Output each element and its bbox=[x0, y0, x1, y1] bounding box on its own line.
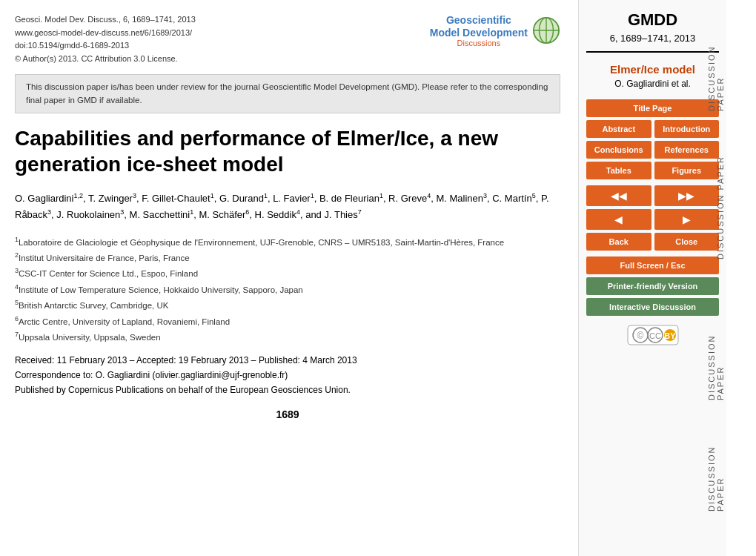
svg-text:CC: CC bbox=[649, 331, 661, 340]
sidebar-inner: GMDD 6, 1689–1741, 2013 Elmer/Ice model … bbox=[579, 0, 726, 356]
elmer-model-label: Elmer/Ice model bbox=[586, 63, 719, 76]
svg-text:BY: BY bbox=[664, 331, 676, 340]
nav-next-button[interactable]: ▶ bbox=[654, 209, 720, 230]
header-row: Geosci. Model Dev. Discuss., 6, 1689–174… bbox=[15, 13, 560, 65]
notice-text: This discussion paper is/has been under … bbox=[26, 82, 548, 104]
conclusions-references-row: Conclusions References bbox=[586, 141, 719, 159]
main-content: Geosci. Model Dev. Discuss., 6, 1689–174… bbox=[0, 0, 578, 556]
introduction-button[interactable]: Introduction bbox=[654, 120, 720, 138]
header-meta: Geosci. Model Dev. Discuss., 6, 1689–174… bbox=[15, 13, 196, 65]
doi: doi:10.5194/gmdd-6-1689-2013 bbox=[15, 39, 196, 53]
tables-figures-row: Tables Figures bbox=[586, 162, 719, 179]
printer-friendly-button[interactable]: Printer-friendly Version bbox=[586, 277, 719, 295]
authors: O. Gagliardini1,2, T. Zwinger3, F. Gille… bbox=[15, 191, 560, 224]
page-number: 1689 bbox=[15, 408, 560, 420]
svg-text:©: © bbox=[637, 331, 643, 341]
published-line: Published by Copernicus Publications on … bbox=[15, 385, 560, 395]
notice-box: This discussion paper is/has been under … bbox=[15, 74, 560, 113]
full-screen-button[interactable]: Full Screen / Esc bbox=[586, 257, 719, 274]
gmdd-subtitle: 6, 1689–1741, 2013 bbox=[586, 33, 719, 53]
affiliations: 1Laboratoire de Glaciologie et Géophysiq… bbox=[15, 234, 560, 345]
close-button[interactable]: Close bbox=[654, 233, 720, 251]
figures-button[interactable]: Figures bbox=[654, 162, 720, 179]
copyright: © Author(s) 2013. CC Attribution 3.0 Lic… bbox=[15, 53, 196, 66]
gmdd-title: GMDD bbox=[586, 10, 719, 30]
abstract-button[interactable]: Abstract bbox=[586, 120, 651, 138]
journal-logo: Geoscientific Model Development Discussi… bbox=[430, 13, 560, 47]
correspondence-line: Correspondence to: O. Gagliardini (olivi… bbox=[15, 370, 560, 380]
nav-first-button[interactable]: ◀◀ bbox=[586, 185, 651, 206]
right-sidebar: Discussion Paper Discussion Paper Discus… bbox=[578, 0, 726, 556]
nav-last-button[interactable]: ▶▶ bbox=[654, 185, 720, 206]
title-page-button[interactable]: Title Page bbox=[586, 99, 719, 117]
nav-prev-button[interactable]: ◀ bbox=[586, 209, 651, 230]
abstract-introduction-row: Abstract Introduction bbox=[586, 120, 719, 138]
journal-logo-icon bbox=[532, 16, 560, 44]
received-line: Received: 11 February 2013 – Accepted: 1… bbox=[15, 355, 560, 365]
back-close-row: Back Close bbox=[586, 233, 719, 251]
first-last-row: ◀◀ ▶▶ bbox=[586, 185, 719, 206]
cc-license-icon: © CC BY bbox=[627, 325, 679, 345]
interactive-discussion-button[interactable]: Interactive Discussion bbox=[586, 298, 719, 316]
journal-discussions: Discussions bbox=[430, 39, 528, 47]
journal-title-line2: Model Development bbox=[430, 27, 528, 39]
journal-url: www.geosci-model-dev-discuss.net/6/1689/… bbox=[15, 27, 196, 40]
back-button[interactable]: Back bbox=[586, 233, 651, 251]
conclusions-button[interactable]: Conclusions bbox=[586, 141, 651, 159]
discussion-paper-label-4: Discussion Paper bbox=[707, 437, 725, 512]
prev-next-row: ◀ ▶ bbox=[586, 209, 719, 230]
cc-license: © CC BY bbox=[586, 325, 719, 345]
journal-title-line1: Geoscientific bbox=[430, 13, 528, 27]
author-ref: O. Gagliardini et al. bbox=[586, 79, 719, 89]
references-button[interactable]: References bbox=[654, 141, 720, 159]
tables-button[interactable]: Tables bbox=[586, 162, 651, 179]
paper-title: Capabilities and performance of Elmer/Ic… bbox=[15, 125, 560, 177]
journal-ref: Geosci. Model Dev. Discuss., 6, 1689–174… bbox=[15, 13, 196, 27]
